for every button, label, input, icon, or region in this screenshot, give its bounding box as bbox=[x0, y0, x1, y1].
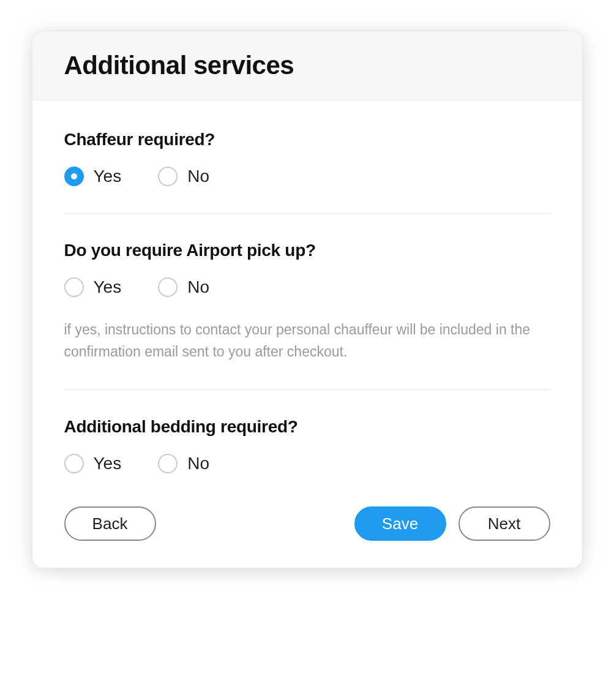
radio-airport-no[interactable]: No bbox=[158, 277, 209, 297]
card-title: Additional services bbox=[64, 51, 550, 80]
radio-bedding-yes[interactable]: Yes bbox=[64, 454, 122, 473]
radio-group-bedding: Yes No bbox=[64, 454, 550, 473]
question-bedding: Additional bedding required? Yes No bbox=[64, 417, 550, 500]
radio-icon bbox=[158, 167, 178, 186]
next-button[interactable]: Next bbox=[459, 506, 550, 541]
question-label: Chaffeur required? bbox=[64, 130, 550, 149]
back-button[interactable]: Back bbox=[64, 506, 156, 541]
helper-text: if yes, instructions to contact your per… bbox=[64, 319, 550, 363]
radio-airport-yes[interactable]: Yes bbox=[64, 277, 122, 297]
question-label: Additional bedding required? bbox=[64, 417, 550, 437]
services-card: Additional services Chaffeur required? Y… bbox=[32, 31, 583, 568]
radio-icon bbox=[64, 167, 84, 186]
radio-icon bbox=[158, 277, 178, 297]
radio-icon bbox=[64, 277, 84, 297]
radio-chauffeur-no[interactable]: No bbox=[158, 167, 209, 186]
radio-group-chauffeur: Yes No bbox=[64, 167, 550, 186]
radio-label: No bbox=[187, 167, 209, 186]
radio-bedding-no[interactable]: No bbox=[158, 454, 209, 473]
radio-label: No bbox=[187, 454, 209, 473]
radio-label: No bbox=[187, 277, 209, 297]
card-body: Chaffeur required? Yes No Do you require… bbox=[32, 100, 582, 568]
radio-group-airport: Yes No bbox=[64, 277, 550, 297]
radio-chauffeur-yes[interactable]: Yes bbox=[64, 167, 122, 186]
radio-label: Yes bbox=[94, 277, 122, 297]
save-button[interactable]: Save bbox=[354, 506, 446, 541]
radio-label: Yes bbox=[94, 454, 122, 473]
question-airport-pickup: Do you require Airport pick up? Yes No i… bbox=[64, 241, 550, 390]
radio-icon bbox=[64, 454, 84, 473]
button-row: Back Save Next bbox=[64, 506, 550, 541]
radio-icon bbox=[158, 454, 178, 473]
card-header: Additional services bbox=[32, 31, 582, 100]
question-chauffeur: Chaffeur required? Yes No bbox=[64, 130, 550, 214]
radio-label: Yes bbox=[94, 167, 122, 186]
question-label: Do you require Airport pick up? bbox=[64, 241, 550, 260]
